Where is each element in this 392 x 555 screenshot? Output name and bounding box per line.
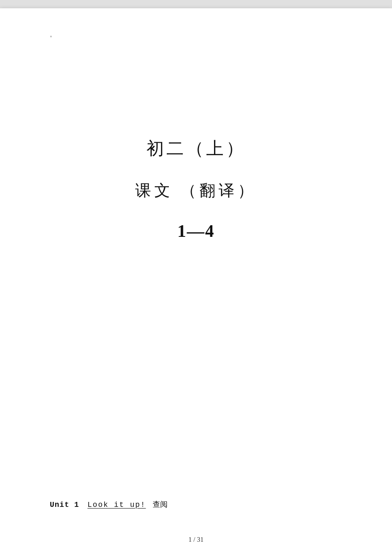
unit-chinese-text: 查阅 [153, 499, 168, 509]
unit-english-text: Look it up! [88, 501, 146, 509]
page-number: 1 / 31 [0, 536, 392, 543]
page-content: 。 初二（上） 课文 （翻译） 1—4 Unit 1 Look it up! 查… [0, 8, 392, 555]
top-mark: 。 [50, 31, 56, 39]
title-unit-range: 1—4 [178, 221, 215, 241]
title-type: 课文 （翻译） [135, 180, 257, 201]
document-page: 。 初二（上） 课文 （翻译） 1—4 Unit 1 Look it up! 查… [0, 8, 392, 555]
unit-label: Unit 1 [50, 501, 79, 509]
center-title-block: 初二（上） 课文 （翻译） 1—4 [0, 137, 392, 241]
unit-section: Unit 1 Look it up! 查阅 [50, 499, 342, 509]
title-grade: 初二（上） [146, 137, 246, 160]
